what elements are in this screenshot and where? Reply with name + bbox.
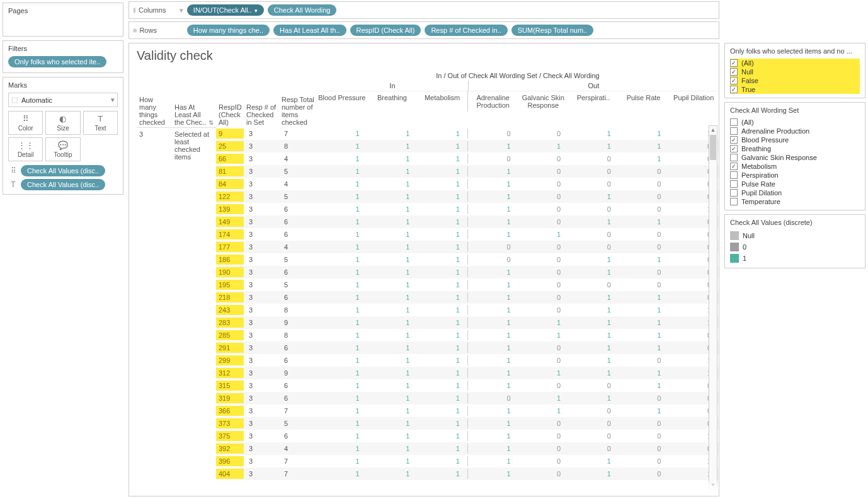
cell-respid: 9 xyxy=(216,129,244,139)
legend-item[interactable]: Null xyxy=(730,230,860,241)
filter-option[interactable]: Breathing xyxy=(730,144,860,153)
col-header-6[interactable]: Pulse Rate xyxy=(619,91,669,112)
table-row[interactable]: 663411100010 xyxy=(216,152,719,165)
columns-pill-0[interactable]: IN/OUT(Check All.. xyxy=(187,4,264,16)
legend-item[interactable]: 1 xyxy=(730,253,860,264)
table-row[interactable]: 3153611110010 xyxy=(216,379,719,392)
filter-option[interactable]: Temperature xyxy=(730,197,860,206)
sort-icon[interactable]: ⇅ xyxy=(208,119,214,126)
filter-option[interactable]: Metabolism xyxy=(730,162,860,171)
filters-shelf[interactable]: Filters Only folks who selected ite.. xyxy=(3,40,123,73)
filter-option[interactable]: True xyxy=(730,85,860,94)
marks-pill-2[interactable]: Check All Values (disc.. xyxy=(21,179,105,190)
marks-color-button[interactable]: ⠿Color xyxy=(8,111,43,135)
table-row[interactable]: 1903611110100 xyxy=(216,266,719,278)
table-row[interactable]: 3123911111111 xyxy=(216,367,719,379)
table-row[interactable]: 1773411100000 xyxy=(216,241,719,253)
rows-pill-1[interactable]: Has At Least All th.. xyxy=(273,25,346,36)
filter-option[interactable]: False xyxy=(730,76,860,85)
legend-item[interactable]: 0 xyxy=(730,241,860,253)
data-cell: 0 xyxy=(518,292,569,302)
col-header-1[interactable]: Breathing xyxy=(367,91,418,112)
data-cell: 1 xyxy=(619,305,669,315)
filter-option[interactable]: Blood Pressure xyxy=(730,135,860,144)
filter-option[interactable]: Adrenaline Production xyxy=(730,127,860,135)
table-row[interactable]: 1393611110001 xyxy=(216,203,719,215)
marks-type-select[interactable]: Automatic xyxy=(8,93,118,107)
columns-shelf[interactable]: ⦀Columns▾ IN/OUT(Check All..Check All Wo… xyxy=(128,1,719,19)
marks-size-button[interactable]: ◐Size xyxy=(45,111,80,135)
filter-option[interactable]: (All) xyxy=(730,118,860,127)
columns-pill-1[interactable]: Check All Wording xyxy=(268,4,337,16)
col-header-7[interactable]: Pupil Dilation xyxy=(668,91,719,112)
table-row[interactable]: 2833911111111 xyxy=(216,316,719,329)
data-cell: 1 xyxy=(317,381,367,391)
col-header-3[interactable]: Adrenaline Production xyxy=(467,91,518,112)
text-small-icon: T xyxy=(8,180,18,189)
pages-shelf[interactable]: Pages xyxy=(3,3,123,37)
table-row[interactable]: 1863511100110 xyxy=(216,253,719,266)
data-cell: 1 xyxy=(467,179,518,189)
data-cell: 1 xyxy=(518,141,569,151)
filter-option[interactable]: Perspiration xyxy=(730,171,860,180)
table-row[interactable]: 1493611110110 xyxy=(216,215,719,228)
table-row[interactable]: 3963711110101 xyxy=(216,455,719,467)
filter-option[interactable]: (All) xyxy=(730,59,860,67)
rows-shelf[interactable]: ≡Rows How many things che..Has At Least … xyxy=(128,21,719,39)
data-cell: 1 xyxy=(367,368,418,378)
filter-option[interactable]: Galvanic Skin Response xyxy=(730,153,860,162)
table-row[interactable]: 3753611110001 xyxy=(216,430,719,442)
filter-option[interactable]: Pupil Dilation xyxy=(730,188,860,197)
cell-respid: 392 xyxy=(216,444,244,454)
data-cell: 1 xyxy=(367,418,418,428)
marks-text-button[interactable]: TText xyxy=(83,111,118,135)
scroll-up-icon[interactable]: ▲ xyxy=(709,127,717,133)
cell-total: 7 xyxy=(279,456,317,466)
col-header-5[interactable]: Perspirati.. xyxy=(568,91,619,112)
table-row[interactable]: 1223511110100 xyxy=(216,190,719,203)
col-header-2[interactable]: Metabolism xyxy=(417,91,467,112)
cell-set: 3 xyxy=(244,280,279,290)
table-row[interactable]: 253811111110 xyxy=(216,140,719,152)
table-row[interactable]: 1953511110000 xyxy=(216,278,719,291)
cell-respid: 195 xyxy=(216,280,244,290)
data-cell: 0 xyxy=(467,129,518,139)
data-rows: 9371110011125381111111066341110001081351… xyxy=(216,127,719,480)
table-row[interactable]: 2993611110101 xyxy=(216,354,719,367)
rows-pill-4[interactable]: SUM(Resp Total num.. xyxy=(511,25,593,36)
table-row[interactable]: 2913611110110 xyxy=(216,341,719,354)
data-cell: 0 xyxy=(568,179,619,189)
table-row[interactable]: 813511110000 xyxy=(216,165,719,178)
cell-total: 9 xyxy=(279,368,317,378)
rows-pill-2[interactable]: RespID (Check All) xyxy=(350,25,421,36)
data-cell: 0 xyxy=(619,469,669,479)
filter-option[interactable]: Pulse Rate xyxy=(730,180,860,188)
col-header-0[interactable]: Blood Pressure xyxy=(317,91,367,112)
data-cell: 0 xyxy=(518,469,569,479)
rows-pill-3[interactable]: Resp # of Checked in.. xyxy=(425,25,507,36)
table-row[interactable]: 93711100111 xyxy=(216,127,719,140)
cell-set: 3 xyxy=(244,456,279,466)
table-row[interactable]: 2183611110110 xyxy=(216,291,719,304)
table-row[interactable]: 2433811110111 xyxy=(216,304,719,316)
vertical-scrollbar[interactable]: ▲ ▼ xyxy=(709,125,717,490)
cell-respid: 122 xyxy=(216,192,244,202)
filter-option-label: Adrenaline Production xyxy=(741,127,809,135)
filter-option[interactable]: Null xyxy=(730,67,860,76)
filter-pill[interactable]: Only folks who selected ite.. xyxy=(8,56,106,67)
table-row[interactable]: 843411110000 xyxy=(216,178,719,190)
table-row[interactable]: 3663711111010 xyxy=(216,404,719,417)
scroll-thumb[interactable] xyxy=(710,135,716,160)
table-row[interactable]: 1743611111000 xyxy=(216,228,719,241)
table-row[interactable]: 3193611101100 xyxy=(216,392,719,404)
rows-pill-0[interactable]: How many things che.. xyxy=(187,25,270,36)
marks-detail-button[interactable]: ⋮⋮Detail xyxy=(8,137,43,161)
data-cell: 1 xyxy=(317,355,367,365)
marks-pill-1[interactable]: Check All Values (disc.. xyxy=(21,165,105,176)
col-header-4[interactable]: Galvanic Skin Response xyxy=(518,91,569,112)
marks-tooltip-button[interactable]: 💬Tooltip xyxy=(45,137,80,161)
table-row[interactable]: 4043711110101 xyxy=(216,467,719,480)
table-row[interactable]: 3923411110000 xyxy=(216,442,719,455)
table-row[interactable]: 3733511110000 xyxy=(216,417,719,430)
table-row[interactable]: 2853811111110 xyxy=(216,329,719,341)
